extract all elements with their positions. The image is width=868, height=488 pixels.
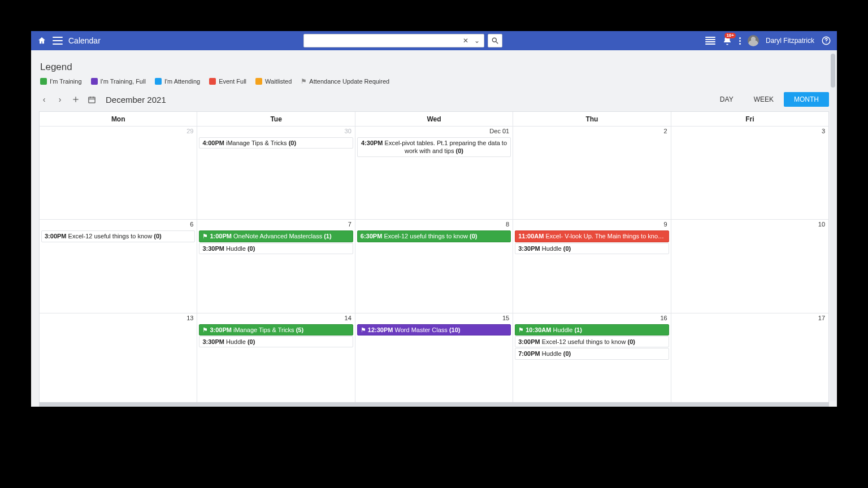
event-count: (10) — [449, 326, 461, 333]
calendar-cell[interactable]: 304:00PM iManage Tips & Tricks (0) — [197, 127, 354, 219]
event-time: 4:00PM — [202, 140, 224, 146]
clear-icon[interactable]: ✕ — [461, 37, 470, 45]
legend-label: Waitlisted — [265, 78, 292, 85]
event-title: Excel-12 useful things to know — [68, 233, 153, 239]
calendar-event[interactable]: ⚑12:30PM Word Master Class (10) — [357, 324, 511, 336]
calendar-controls: ‹ › December 2021 DAYWEEKMONTH — [39, 92, 829, 107]
username[interactable]: Daryl Fitzpatrick — [766, 37, 814, 45]
event-count: (0) — [248, 338, 255, 345]
event-time: 6:30PM — [361, 233, 383, 239]
event-time: 3:00PM — [518, 338, 540, 345]
event-title: Huddle — [226, 245, 246, 252]
calendar-event[interactable]: 3:30PM Huddle (0) — [515, 243, 669, 254]
view-tab-month[interactable]: MONTH — [784, 92, 829, 107]
more-icon[interactable] — [739, 37, 741, 45]
calendar-cell[interactable]: 17 — [671, 313, 828, 406]
prev-button[interactable]: ‹ — [39, 94, 49, 104]
svg-point-3 — [826, 42, 826, 43]
date-number: 8 — [506, 221, 509, 228]
calendar-cell[interactable]: 86:30PM Excel-12 useful things to know (… — [355, 220, 513, 312]
search-input[interactable] — [306, 34, 459, 47]
date-number: 29 — [186, 128, 193, 134]
calendar-cell[interactable]: 63:00PM Excel-12 useful things to know (… — [40, 220, 197, 312]
day-header: Tue — [197, 112, 354, 126]
date-number: 15 — [502, 315, 509, 321]
calendar-cell[interactable]: Dec 014:30PM Excel-pivot tables. Pt.1 pr… — [355, 127, 513, 219]
event-title: Excel-pivot tables. Pt.1 preparing the d… — [385, 140, 507, 154]
horizontal-scrollbar[interactable] — [39, 402, 829, 407]
legend-label: Attendance Update Required — [309, 78, 389, 85]
calendar-event[interactable]: 3:00PM Excel-12 useful things to know (0… — [515, 336, 669, 347]
calendar-event[interactable]: 11:00AM Excel- V-look Up. The Main thing… — [515, 230, 669, 242]
help-icon[interactable] — [821, 36, 831, 46]
calendar-cell[interactable]: 7⚑1:00PM OneNote Advanced Masterclass (1… — [197, 220, 354, 312]
calendar-cell[interactable]: 14⚑3:00PM iManage Tips & Tricks (5)3:30P… — [197, 313, 354, 406]
calendar-event[interactable]: ⚑10:30AM Huddle (1) — [515, 324, 669, 336]
event-title: Excel-12 useful things to know — [384, 233, 468, 239]
event-time: 1:00PM — [210, 233, 232, 239]
chevron-down-icon[interactable]: ⌄ — [472, 37, 481, 45]
calendar-event[interactable]: ⚑1:00PM OneNote Advanced Masterclass (1) — [199, 230, 353, 242]
date-number: 2 — [664, 128, 667, 134]
event-count: (0) — [563, 245, 571, 252]
flag-icon: ⚑ — [361, 327, 366, 333]
calendar-cell[interactable]: 911:00AM Excel- V-look Up. The Main thin… — [513, 220, 670, 312]
calendar-cell[interactable]: 13 — [40, 313, 197, 406]
view-tab-week[interactable]: WEEK — [744, 92, 784, 107]
calendar-event[interactable]: 3:30PM Huddle (0) — [199, 243, 353, 254]
avatar[interactable] — [748, 35, 759, 46]
calendar-cell[interactable]: 29 — [40, 127, 197, 219]
date-number: 13 — [186, 315, 193, 321]
calendar-event[interactable]: 6:30PM Excel-12 useful things to know (0… — [357, 230, 511, 242]
legend-label: I'm Attending — [164, 78, 200, 85]
calendar-event[interactable]: 4:30PM Excel-pivot tables. Pt.1 preparin… — [357, 137, 511, 157]
legend-label: Event Full — [219, 78, 246, 85]
event-count: (5) — [296, 326, 303, 333]
legend-swatch — [255, 78, 262, 85]
svg-line-1 — [496, 42, 498, 44]
svg-rect-6 — [88, 97, 94, 103]
legend-swatch — [155, 78, 162, 85]
event-title: Word Master Class — [395, 326, 448, 333]
event-time: 11:00AM — [518, 233, 544, 239]
day-header: Mon — [40, 112, 197, 126]
calendar-cell[interactable]: 16⚑10:30AM Huddle (1)3:00PM Excel-12 use… — [513, 313, 670, 406]
notifications-button[interactable]: 10+ — [722, 36, 732, 46]
event-count: (1) — [324, 233, 331, 239]
calendar-event[interactable]: 7:00PM Huddle (0) — [515, 348, 669, 359]
calendar-event[interactable]: 4:00PM iManage Tips & Tricks (0) — [199, 137, 353, 149]
search-button[interactable] — [488, 34, 502, 47]
list-icon[interactable] — [705, 37, 715, 45]
menu-icon[interactable] — [53, 37, 63, 45]
event-time: 3:30PM — [202, 338, 224, 345]
view-tab-day[interactable]: DAY — [710, 92, 744, 107]
calendar-event[interactable]: 3:00PM Excel-12 useful things to know (0… — [41, 230, 195, 242]
vertical-scrollbar[interactable] — [830, 50, 836, 401]
calendar-cell[interactable]: 10 — [671, 220, 828, 312]
date-number: 16 — [660, 315, 667, 321]
add-button[interactable] — [71, 94, 81, 104]
search-input-wrap[interactable]: ✕ ⌄ — [303, 34, 484, 47]
event-count: (1) — [574, 326, 581, 333]
event-title: OneNote Advanced Masterclass — [233, 233, 322, 239]
home-icon[interactable] — [37, 36, 47, 46]
svg-point-0 — [492, 38, 496, 42]
flag-icon: ⚑ — [301, 77, 307, 85]
notifications-badge: 10+ — [724, 33, 736, 38]
calendar-cell[interactable]: 3 — [671, 127, 828, 219]
flag-icon: ⚑ — [202, 233, 208, 239]
date-picker-icon[interactable] — [86, 94, 97, 104]
event-title: Excel-12 useful things to know — [542, 338, 626, 345]
legend-item: ⚑Attendance Update Required — [301, 77, 389, 85]
calendar-cell[interactable]: 2 — [513, 127, 670, 219]
next-button[interactable]: › — [55, 94, 65, 104]
flag-icon: ⚑ — [518, 327, 524, 333]
legend-item: I'm Training — [40, 78, 82, 85]
event-title: Huddle — [553, 326, 573, 333]
event-count: (5) — [666, 233, 669, 239]
calendar-cell[interactable]: 15⚑12:30PM Word Master Class (10) — [355, 313, 513, 406]
calendar-event[interactable]: 3:30PM Huddle (0) — [199, 336, 353, 347]
page-title: Calendar — [68, 36, 101, 45]
calendar-event[interactable]: ⚑3:00PM iManage Tips & Tricks (5) — [199, 324, 353, 336]
date-number: 10 — [818, 221, 825, 228]
